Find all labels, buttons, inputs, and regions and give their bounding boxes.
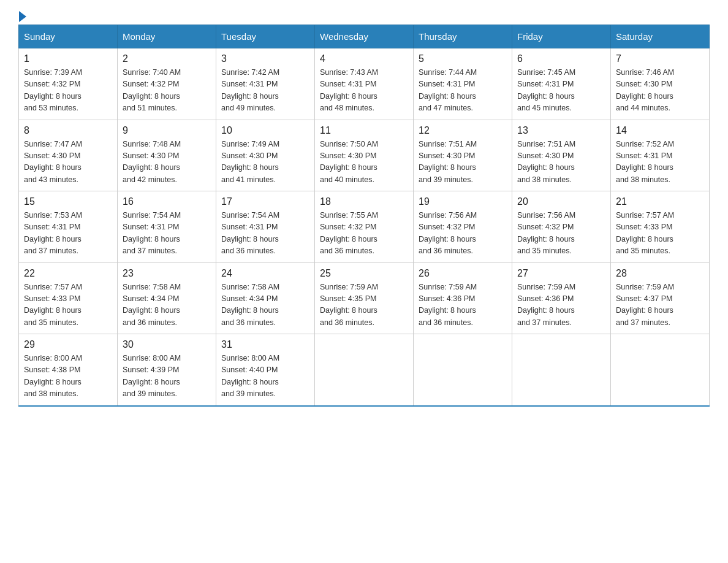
day-of-week-header: Monday (118, 25, 216, 48)
calendar-week-row: 1 Sunrise: 7:39 AMSunset: 4:32 PMDayligh… (19, 48, 710, 120)
calendar-day-cell: 21 Sunrise: 7:57 AMSunset: 4:33 PMDaylig… (611, 191, 710, 263)
day-info: Sunrise: 7:50 AMSunset: 4:30 PMDaylight:… (320, 140, 378, 184)
calendar-week-row: 22 Sunrise: 7:57 AMSunset: 4:33 PMDaylig… (19, 262, 710, 334)
day-number: 24 (221, 268, 309, 279)
calendar-table: SundayMondayTuesdayWednesdayThursdayFrid… (18, 25, 710, 407)
calendar-day-cell: 2 Sunrise: 7:40 AMSunset: 4:32 PMDayligh… (118, 48, 216, 120)
day-info: Sunrise: 7:54 AMSunset: 4:31 PMDaylight:… (123, 211, 181, 255)
day-info: Sunrise: 7:57 AMSunset: 4:33 PMDaylight:… (24, 283, 82, 327)
day-info: Sunrise: 7:46 AMSunset: 4:30 PMDaylight:… (616, 68, 674, 112)
day-number: 21 (616, 196, 704, 207)
day-info: Sunrise: 7:39 AMSunset: 4:32 PMDaylight:… (24, 68, 82, 112)
day-of-week-header: Friday (512, 25, 611, 48)
calendar-day-cell: 9 Sunrise: 7:48 AMSunset: 4:30 PMDayligh… (118, 120, 216, 191)
day-info: Sunrise: 7:56 AMSunset: 4:32 PMDaylight:… (419, 211, 477, 255)
day-of-week-header: Tuesday (216, 25, 315, 48)
day-info: Sunrise: 7:54 AMSunset: 4:31 PMDaylight:… (221, 211, 279, 255)
calendar-day-cell: 11 Sunrise: 7:50 AMSunset: 4:30 PMDaylig… (315, 120, 414, 191)
page-header (18, 12, 710, 18)
calendar-header-row: SundayMondayTuesdayWednesdayThursdayFrid… (19, 25, 710, 48)
day-info: Sunrise: 7:51 AMSunset: 4:30 PMDaylight:… (419, 140, 477, 184)
calendar-day-cell: 5 Sunrise: 7:44 AMSunset: 4:31 PMDayligh… (414, 48, 512, 120)
day-number: 14 (616, 125, 704, 136)
day-of-week-header: Thursday (414, 25, 512, 48)
day-of-week-header: Sunday (19, 25, 118, 48)
calendar-week-row: 8 Sunrise: 7:47 AMSunset: 4:30 PMDayligh… (19, 120, 710, 191)
day-info: Sunrise: 7:40 AMSunset: 4:32 PMDaylight:… (123, 68, 181, 112)
day-number: 9 (123, 125, 211, 136)
calendar-day-cell (611, 334, 710, 406)
day-number: 30 (123, 339, 211, 350)
day-info: Sunrise: 7:45 AMSunset: 4:31 PMDaylight:… (517, 68, 575, 112)
day-info: Sunrise: 7:57 AMSunset: 4:33 PMDaylight:… (616, 211, 674, 255)
calendar-day-cell: 20 Sunrise: 7:56 AMSunset: 4:32 PMDaylig… (512, 191, 611, 263)
day-number: 17 (221, 196, 309, 207)
calendar-day-cell: 8 Sunrise: 7:47 AMSunset: 4:30 PMDayligh… (19, 120, 118, 191)
calendar-day-cell: 22 Sunrise: 7:57 AMSunset: 4:33 PMDaylig… (19, 262, 118, 334)
day-info: Sunrise: 7:53 AMSunset: 4:31 PMDaylight:… (24, 211, 82, 255)
day-number: 16 (123, 196, 211, 207)
calendar-day-cell: 3 Sunrise: 7:42 AMSunset: 4:31 PMDayligh… (216, 48, 315, 120)
calendar-day-cell: 10 Sunrise: 7:49 AMSunset: 4:30 PMDaylig… (216, 120, 315, 191)
day-info: Sunrise: 7:59 AMSunset: 4:35 PMDaylight:… (320, 283, 378, 327)
day-of-week-header: Saturday (611, 25, 710, 48)
calendar-day-cell: 27 Sunrise: 7:59 AMSunset: 4:36 PMDaylig… (512, 262, 611, 334)
calendar-week-row: 15 Sunrise: 7:53 AMSunset: 4:31 PMDaylig… (19, 191, 710, 263)
calendar-day-cell: 31 Sunrise: 8:00 AMSunset: 4:40 PMDaylig… (216, 334, 315, 406)
calendar-day-cell: 15 Sunrise: 7:53 AMSunset: 4:31 PMDaylig… (19, 191, 118, 263)
calendar-day-cell: 28 Sunrise: 7:59 AMSunset: 4:37 PMDaylig… (611, 262, 710, 334)
calendar-day-cell: 7 Sunrise: 7:46 AMSunset: 4:30 PMDayligh… (611, 48, 710, 120)
calendar-day-cell: 26 Sunrise: 7:59 AMSunset: 4:36 PMDaylig… (414, 262, 512, 334)
day-number: 2 (123, 53, 211, 64)
day-info: Sunrise: 7:59 AMSunset: 4:36 PMDaylight:… (419, 283, 477, 327)
calendar-day-cell: 18 Sunrise: 7:55 AMSunset: 4:32 PMDaylig… (315, 191, 414, 263)
calendar-day-cell (315, 334, 414, 406)
day-number: 7 (616, 53, 704, 64)
day-number: 22 (24, 268, 112, 279)
day-info: Sunrise: 7:47 AMSunset: 4:30 PMDaylight:… (24, 140, 82, 184)
day-number: 3 (221, 53, 309, 64)
day-of-week-header: Wednesday (315, 25, 414, 48)
calendar-day-cell: 17 Sunrise: 7:54 AMSunset: 4:31 PMDaylig… (216, 191, 315, 263)
logo-triangle-icon (19, 11, 26, 22)
calendar-day-cell: 14 Sunrise: 7:52 AMSunset: 4:31 PMDaylig… (611, 120, 710, 191)
day-number: 1 (24, 53, 112, 64)
day-info: Sunrise: 7:55 AMSunset: 4:32 PMDaylight:… (320, 211, 378, 255)
day-number: 27 (517, 268, 605, 279)
day-info: Sunrise: 7:48 AMSunset: 4:30 PMDaylight:… (123, 140, 181, 184)
day-number: 12 (419, 125, 507, 136)
calendar-day-cell: 23 Sunrise: 7:58 AMSunset: 4:34 PMDaylig… (118, 262, 216, 334)
calendar-day-cell (512, 334, 611, 406)
day-info: Sunrise: 7:59 AMSunset: 4:36 PMDaylight:… (517, 283, 575, 327)
day-number: 13 (517, 125, 605, 136)
day-info: Sunrise: 8:00 AMSunset: 4:39 PMDaylight:… (123, 354, 181, 398)
day-info: Sunrise: 7:58 AMSunset: 4:34 PMDaylight:… (221, 283, 279, 327)
day-info: Sunrise: 7:43 AMSunset: 4:31 PMDaylight:… (320, 68, 378, 112)
day-number: 20 (517, 196, 605, 207)
day-info: Sunrise: 7:44 AMSunset: 4:31 PMDaylight:… (419, 68, 477, 112)
day-number: 8 (24, 125, 112, 136)
day-info: Sunrise: 7:56 AMSunset: 4:32 PMDaylight:… (517, 211, 575, 255)
day-number: 29 (24, 339, 112, 350)
day-info: Sunrise: 7:49 AMSunset: 4:30 PMDaylight:… (221, 140, 279, 184)
day-number: 23 (123, 268, 211, 279)
calendar-day-cell: 19 Sunrise: 7:56 AMSunset: 4:32 PMDaylig… (414, 191, 512, 263)
day-number: 4 (320, 53, 408, 64)
day-info: Sunrise: 8:00 AMSunset: 4:40 PMDaylight:… (221, 354, 279, 398)
day-number: 31 (221, 339, 309, 350)
day-info: Sunrise: 7:58 AMSunset: 4:34 PMDaylight:… (123, 283, 181, 327)
calendar-day-cell: 6 Sunrise: 7:45 AMSunset: 4:31 PMDayligh… (512, 48, 611, 120)
calendar-day-cell: 4 Sunrise: 7:43 AMSunset: 4:31 PMDayligh… (315, 48, 414, 120)
calendar-week-row: 29 Sunrise: 8:00 AMSunset: 4:38 PMDaylig… (19, 334, 710, 406)
day-number: 15 (24, 196, 112, 207)
day-number: 5 (419, 53, 507, 64)
calendar-day-cell: 24 Sunrise: 7:58 AMSunset: 4:34 PMDaylig… (216, 262, 315, 334)
day-number: 10 (221, 125, 309, 136)
day-info: Sunrise: 7:42 AMSunset: 4:31 PMDaylight:… (221, 68, 279, 112)
calendar-day-cell: 12 Sunrise: 7:51 AMSunset: 4:30 PMDaylig… (414, 120, 512, 191)
calendar-day-cell: 16 Sunrise: 7:54 AMSunset: 4:31 PMDaylig… (118, 191, 216, 263)
day-number: 18 (320, 196, 408, 207)
calendar-day-cell: 1 Sunrise: 7:39 AMSunset: 4:32 PMDayligh… (19, 48, 118, 120)
day-number: 19 (419, 196, 507, 207)
day-info: Sunrise: 7:59 AMSunset: 4:37 PMDaylight:… (616, 283, 674, 327)
